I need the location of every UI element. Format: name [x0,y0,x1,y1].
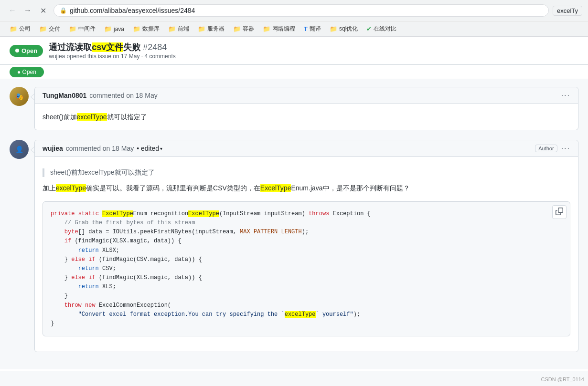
issue-number: #2484 [143,42,167,52]
code-keyword-if1: if [64,238,71,244]
open-status-badge: Open [10,45,43,57]
issue-header: Open 通过流读取csv文件失败 #2484 wujiea opened th… [0,37,588,65]
url-text: github.com/alibaba/easyexcel/issues/2484 [70,7,195,14]
avatar-wujiea: 👤 [10,140,29,159]
bookmark-label: 翻译 [310,25,321,33]
forward-button[interactable]: → [21,4,34,17]
refresh-button[interactable]: ✕ [36,4,50,17]
folder-icon: 📁 [10,25,17,32]
folder-icon: 📁 [233,25,241,32]
bookmark-label: 中间件 [78,25,96,33]
avatar-tungman: 🎭 [10,87,29,106]
code-block: private static ExcelTypeEnum recognition… [43,201,570,336]
comment-body-2: wujiea commented on 18 May • edited ▾ Au… [34,140,578,352]
code-keyword-new: new [85,302,96,309]
code-enum-text: Enum recognition [133,210,188,217]
code-array-decl: [] data = IOUtils.peekFirstNBytes(inputS… [78,229,240,235]
quote-block: sheet()前加excelType就可以指定了 [43,168,570,177]
code-line-return2 [51,265,78,272]
quote-text: sheet()前加excelType就可以指定了 [50,168,155,176]
bookmark-label: 容器 [243,25,254,33]
code-line-return1 [51,247,78,254]
bookmark-java[interactable]: 📁 java [100,24,128,34]
bookmark-label: sql优化 [339,25,358,33]
lock-icon: 🔒 [60,7,67,14]
comment-arrow-inner-2 [31,147,34,153]
highlight-csv: csv文件 [92,42,123,52]
edited-indicator[interactable]: • edited ▾ [137,145,162,152]
copy-code-button[interactable] [552,205,567,219]
code-exception-class: ExcelCommonException( [96,302,171,309]
bookmark-container[interactable]: 📁 容器 [229,23,258,34]
code-line-elseif2: } [51,274,71,281]
code-keyword-byte: byte [64,229,78,235]
comment-author-name-2[interactable]: wujiea [43,145,63,152]
code-line-if1 [51,238,64,244]
issue-title: 通过流读取csv文件失败 #2484 [49,42,167,52]
bookmark-translate[interactable]: T 翻译 [300,23,325,34]
comment-author-name-1[interactable]: TungMan0801 [43,92,86,99]
status-label: Open [21,47,37,54]
code-return2-val: CSV; [99,265,116,272]
translate-icon: T [304,25,308,32]
bookmark-server[interactable]: 📁 服务器 [194,23,228,34]
highlight-exceltype-2: excelType [56,184,86,192]
more-options-button-2[interactable]: ··· [561,144,570,153]
bookmark-database[interactable]: 📁 数据库 [129,23,163,34]
bookmark-middleware[interactable]: 📁 中间件 [65,23,99,34]
code-line-byte [51,229,64,235]
code-var-maxpattern: MAX_PATTERN_LENGTH [240,229,302,235]
code-comment-line: // Grab the first bytes of this stream [51,219,195,226]
folder-icon: 📁 [69,25,76,32]
bookmark-label: 数据库 [142,25,160,33]
comment-actions-1: ··· [561,91,570,100]
issue-opener: wujiea [49,53,65,60]
author-badge: Author [535,145,557,152]
status-dot [15,49,19,52]
code-keyword-if2: if [88,256,95,263]
code-if1-cond: (findMagic(XLSX.magic, data)) { [71,238,181,244]
code-block-wrapper: private static ExcelTypeEnum recognition… [43,201,570,336]
folder-icon: 📁 [330,25,337,32]
bookmarks-bar: 📁 公司 📁 交付 📁 中间件 📁 java 📁 数据库 📁 前端 📁 服务器 [0,21,588,36]
nav-buttons: ← → ✕ [6,4,50,17]
bookmark-label: 公司 [19,25,31,33]
comment-header-1: TungMan0801 commented on 18 May ··· [35,87,578,104]
code-string-convert: "Convert excel format exception.You can … [78,311,285,318]
bookmark-company[interactable]: 📁 公司 [6,23,34,34]
tab-label: excelTy [553,6,582,16]
bookmark-compare[interactable]: ✔ 在线对比 [363,23,400,34]
code-final-brace: } [51,320,54,327]
back-button[interactable]: ← [6,4,19,17]
bookmark-network[interactable]: 📁 网络编程 [259,23,299,34]
folder-icon: 📁 [104,25,112,32]
comment-author-info-1: TungMan0801 commented on 18 May [43,92,158,99]
comment-content-1: sheet()前加excelType就可以指定了 [35,104,578,130]
code-highlight-exceltype-class: ExcelType [102,210,133,217]
highlight-exceltype-1: excelType [77,113,107,121]
code-keyword-return3: return [78,283,99,290]
folder-icon: 📁 [168,25,176,32]
browser-chrome: ← → ✕ 🔒 github.com/alibaba/easyexcel/iss… [0,0,588,37]
bookmark-sql[interactable]: 📁 sql优化 [326,23,362,34]
code-return3-val: XLS; [99,283,116,290]
comment-actions-2: Author ··· [535,144,570,153]
more-options-button-1[interactable]: ··· [561,91,570,100]
comment-author-info-2: wujiea commented on 18 May • edited ▾ [43,145,162,152]
comment-header-2: wujiea commented on 18 May • edited ▾ Au… [35,140,578,157]
folder-icon: 📁 [263,25,270,32]
code-highlight-exceltype-method: ExcelType [188,210,219,217]
comment-wujiea: 👤 wujiea commented on 18 May • edited ▾ [10,140,578,352]
comment-date-1: commented on 18 May [89,92,157,99]
address-bar[interactable]: 🔒 github.com/alibaba/easyexcel/issues/24… [53,4,549,17]
scroll-indicator: ● Open [0,65,588,79]
bookmark-label: 前端 [178,25,189,33]
code-keyword-private: private [51,210,75,217]
code-keyword-return1: return [78,247,99,254]
folder-icon: 📁 [39,25,47,32]
bookmark-frontend[interactable]: 📁 前端 [164,23,193,34]
bookmark-delivery[interactable]: 📁 交付 [35,23,64,34]
code-method-params: (InputStream inputStream) [219,210,309,217]
issue-title-area: 通过流读取csv文件失败 #2484 wujiea opened this is… [49,42,578,60]
bookmark-label: java [114,26,124,32]
